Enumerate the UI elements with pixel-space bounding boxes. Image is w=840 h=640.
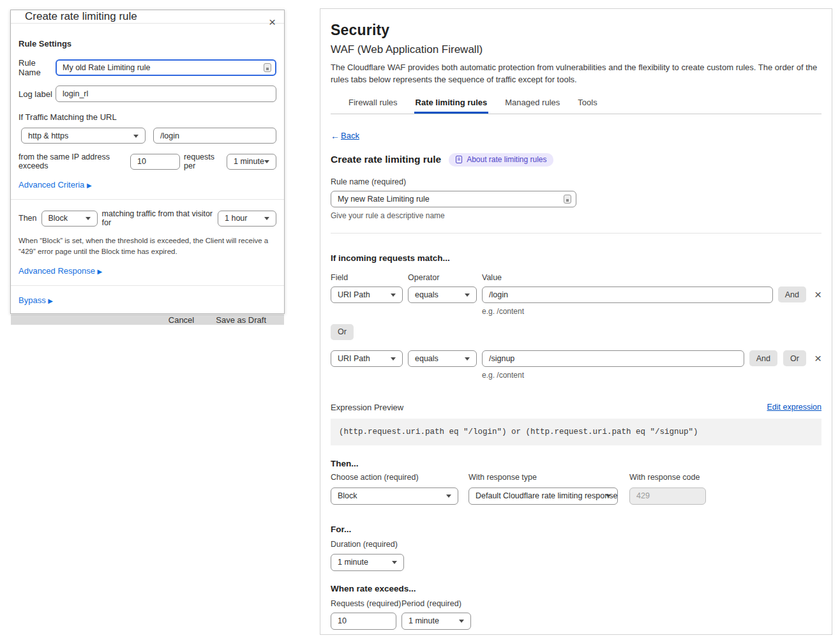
rate-section-title: When rate exceeds...	[331, 584, 821, 593]
then-suffix-text: matching traffic from that visitor for	[102, 209, 213, 227]
match-row-2: URI Path equals And Or ×	[331, 350, 821, 367]
chevron-down-icon	[606, 495, 611, 498]
block-note-text: When “Block” is set, when the threshold …	[19, 235, 276, 258]
value-helper: e.g. /content	[482, 371, 821, 380]
rule-name-label: Rule Name	[19, 58, 56, 77]
edit-expression-link[interactable]: Edit expression	[767, 403, 821, 412]
log-label-input[interactable]	[56, 86, 276, 102]
rate-period-select[interactable]: 1 minute	[401, 613, 471, 630]
advanced-criteria-link[interactable]: Advanced Criteria ▶	[19, 180, 276, 190]
match-row-1: URI Path equals And ×	[331, 287, 821, 303]
scheme-select[interactable]: http & https	[21, 128, 146, 144]
field-select[interactable]: URI Path	[331, 287, 403, 303]
close-icon[interactable]: ×	[269, 16, 276, 28]
page-title: Security	[331, 22, 821, 39]
chevron-down-icon	[446, 495, 451, 498]
ban-duration-select[interactable]: 1 hour	[218, 211, 276, 227]
rule-name-input[interactable]	[331, 191, 576, 207]
dialog-title: Create rate limiting rule	[25, 10, 137, 23]
rules-tabs: Firewall rules Rate limiting rules Manag…	[331, 98, 821, 114]
page-description: The Cloudflare WAF provides both automat…	[331, 62, 819, 86]
dialog-footer: Cancel Save as Draft	[11, 315, 284, 325]
page-subtitle: WAF (Web Application Firewall)	[331, 43, 821, 56]
threshold-unit-text: requests per	[184, 153, 223, 170]
then-section-title: Then...	[331, 459, 821, 468]
chevron-down-icon	[392, 561, 397, 564]
divider	[11, 199, 284, 200]
duration-label: Duration (required)	[331, 540, 821, 549]
chevron-down-icon	[133, 135, 139, 138]
expand-arrow-icon: ▶	[48, 297, 53, 304]
about-rate-limiting-badge[interactable]: About rate limiting rules	[449, 153, 553, 167]
cancel-button[interactable]: Cancel	[169, 315, 194, 325]
requests-label: Requests (required)	[331, 599, 401, 608]
operator-label: Operator	[408, 273, 482, 282]
chevron-down-icon	[465, 357, 470, 361]
period-select[interactable]: 1 minute	[227, 154, 276, 170]
action-select[interactable]: Block	[41, 211, 98, 227]
operator-select[interactable]: equals	[408, 287, 477, 303]
save-as-draft-button[interactable]: Save as Draft	[216, 315, 266, 325]
value-helper: e.g. /content	[482, 307, 821, 316]
tab-managed-rules[interactable]: Managed rules	[504, 98, 561, 114]
threshold-prefix-text: from the same IP address exceeds	[19, 153, 126, 170]
value-input[interactable]	[482, 287, 773, 303]
tab-firewall-rules[interactable]: Firewall rules	[347, 98, 399, 114]
threshold-input[interactable]	[130, 154, 180, 170]
chevron-down-icon	[391, 294, 396, 297]
value-label: Value	[482, 273, 502, 282]
url-pattern-input[interactable]	[153, 128, 276, 144]
or-button[interactable]: Or	[331, 324, 354, 340]
operator-select[interactable]: equals	[408, 350, 477, 367]
rule-settings-heading: Rule Settings	[19, 39, 276, 48]
log-label-label: Log label	[19, 89, 56, 99]
requests-input[interactable]	[331, 613, 396, 630]
and-button[interactable]: And	[749, 350, 777, 366]
remove-condition-icon[interactable]: ×	[814, 352, 821, 364]
then-label: Then	[19, 214, 37, 223]
tab-rate-limiting-rules[interactable]: Rate limiting rules	[414, 98, 489, 114]
rule-name-input[interactable]	[56, 59, 276, 76]
chevron-down-icon	[391, 357, 396, 361]
action-select[interactable]: Block	[331, 487, 458, 505]
bypass-link[interactable]: Bypass ▶	[19, 295, 276, 305]
chevron-down-icon	[86, 217, 91, 220]
tab-tools[interactable]: Tools	[576, 98, 598, 114]
response-type-select[interactable]: Default Cloudflare rate limiting respons…	[469, 487, 618, 505]
or-button[interactable]: Or	[783, 350, 806, 366]
expand-arrow-icon: ▶	[98, 268, 103, 275]
duration-select[interactable]: 1 minute	[331, 554, 404, 571]
waf-rate-limiting-panel: Security WAF (Web Application Firewall) …	[320, 8, 832, 635]
document-icon	[455, 156, 463, 163]
chevron-down-icon	[465, 294, 470, 297]
expression-preview-label: Expression Preview	[331, 403, 403, 412]
create-rule-heading: Create rate limiting rule	[331, 154, 441, 165]
traffic-match-label: If Traffic Matching the URL	[19, 112, 276, 122]
advanced-response-link[interactable]: Advanced Response ▶	[19, 266, 276, 276]
dialog-header: Create rate limiting rule ×	[11, 10, 284, 24]
period-label: Period (required)	[401, 599, 461, 608]
autofill-icon[interactable]	[564, 195, 571, 204]
back-link[interactable]: Back	[341, 131, 359, 140]
field-select[interactable]: URI Path	[331, 350, 403, 367]
match-section-title: If incoming requests match...	[331, 253, 821, 263]
value-input[interactable]	[482, 350, 744, 367]
rule-name-helper: Give your rule a descriptive name	[331, 211, 821, 220]
choose-action-label: Choose action (required)	[331, 473, 458, 482]
divider	[11, 285, 284, 286]
divider	[331, 233, 821, 234]
dialog-body: Rule Settings Rule Name Log label If Tra…	[11, 24, 284, 315]
response-code-input	[629, 487, 706, 505]
rule-name-label: Rule name (required)	[331, 177, 821, 186]
autofill-icon[interactable]	[264, 63, 271, 72]
remove-condition-icon[interactable]: ×	[814, 288, 821, 301]
chevron-down-icon	[264, 160, 269, 163]
back-arrow-icon: ←	[331, 131, 340, 141]
response-code-label: With response code	[629, 473, 706, 482]
expand-arrow-icon: ▶	[87, 182, 92, 189]
and-button[interactable]: And	[778, 287, 806, 302]
chevron-down-icon	[264, 217, 269, 220]
response-type-label: With response type	[469, 473, 618, 482]
for-section-title: For...	[331, 525, 821, 534]
create-rate-limiting-rule-dialog: Create rate limiting rule × Rule Setting…	[10, 10, 285, 314]
